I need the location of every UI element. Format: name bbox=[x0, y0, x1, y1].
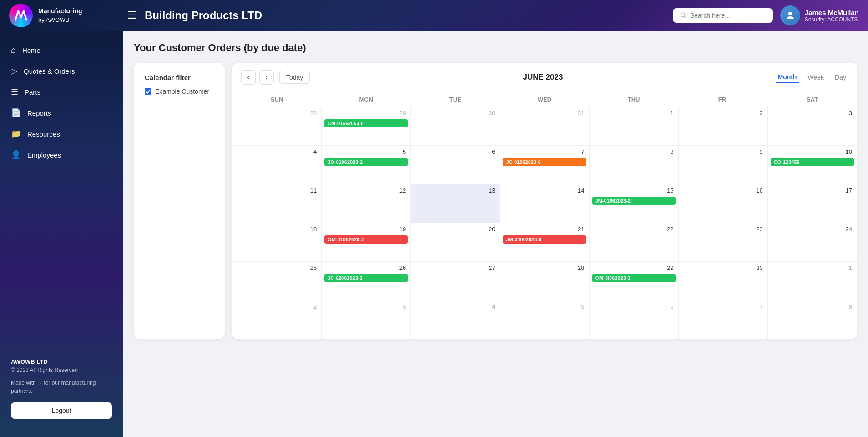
day-number: 19 bbox=[324, 225, 408, 234]
calendar-day-cell: 11 bbox=[232, 184, 322, 223]
calendar-day-cell: 26JC-62062023-2 bbox=[322, 262, 411, 300]
day-number: 18 bbox=[235, 225, 318, 234]
calendar-day-cell: 9 bbox=[678, 146, 767, 184]
calendar-event[interactable]: CM-01662063-6 bbox=[324, 119, 408, 127]
calendar-day-cell: 30 bbox=[678, 262, 767, 300]
day-number: 12 bbox=[324, 186, 408, 195]
calendar-day-cell: 12 bbox=[322, 184, 411, 223]
prev-month-button[interactable]: ‹ bbox=[241, 70, 256, 85]
calendar-week-row: 1819OM-01062620-22021JM-01002023-0222324 bbox=[232, 223, 857, 262]
day-number: 10 bbox=[771, 147, 854, 156]
page-title: Your Customer Orders (by due date) bbox=[134, 42, 857, 54]
sidebar-item-employees[interactable]: 👤 Employees bbox=[0, 144, 123, 165]
sidebar-item-label: Resources bbox=[27, 130, 60, 138]
user-name: James McMullan bbox=[805, 9, 859, 16]
calendar-day-cell: 1 bbox=[767, 262, 857, 300]
calendar-day-cell: 6 bbox=[589, 300, 678, 339]
search-input[interactable] bbox=[690, 12, 766, 19]
day-number: 14 bbox=[503, 186, 586, 195]
user-area: James McMullan Security: ACCOUNTS bbox=[780, 5, 859, 25]
calendar-day-cell: 18 bbox=[232, 223, 322, 262]
day-number: 9 bbox=[681, 147, 765, 156]
today-button[interactable]: Today bbox=[279, 71, 310, 84]
sidebar-item-quotes-orders[interactable]: ▷ Quotes & Orders bbox=[0, 61, 123, 81]
employees-icon: 👤 bbox=[11, 150, 21, 160]
user-avatar-icon bbox=[785, 10, 796, 21]
day-number: 8 bbox=[771, 302, 854, 311]
calendar-header: ‹ › Today JUNE 2023 Month Week Day bbox=[232, 63, 857, 92]
calendar-event[interactable]: JO-01062023-2 bbox=[324, 158, 408, 166]
logo-text: Manufacturing by AWOWB bbox=[38, 7, 82, 24]
calendar-day-cell: 6 bbox=[411, 146, 500, 184]
sidebar: ⌂ Home▷ Quotes & Orders☰ Parts📄 Reports📁… bbox=[0, 31, 123, 437]
copyright: © 2023 All Rights Reserved bbox=[11, 367, 112, 373]
calendar-day-cell: 13 bbox=[411, 184, 500, 223]
calendar-day-cell: 24 bbox=[767, 223, 857, 262]
view-day-button[interactable]: Day bbox=[833, 71, 848, 83]
calendar-day-cell: 30 bbox=[411, 107, 500, 146]
menu-icon[interactable]: ☰ bbox=[127, 10, 136, 21]
view-week-button[interactable]: Week bbox=[806, 71, 826, 83]
calendar-day-header: TUE bbox=[411, 92, 500, 107]
calendar-event[interactable]: CO-123456 bbox=[771, 158, 854, 166]
filter-checkbox[interactable] bbox=[145, 88, 151, 95]
avatar bbox=[780, 5, 800, 25]
day-number: 15 bbox=[592, 186, 676, 195]
calendar-day-cell: 19OM-01062620-2 bbox=[322, 223, 411, 262]
calendar-day-cell: 29OM-3I362023-3 bbox=[589, 262, 678, 300]
day-number: 4 bbox=[414, 302, 497, 311]
day-number: 11 bbox=[235, 186, 318, 195]
sidebar-item-label: Home bbox=[22, 46, 40, 54]
calendar-day-header: SAT bbox=[767, 92, 857, 107]
day-number: 7 bbox=[503, 147, 586, 156]
sidebar-item-resources[interactable]: 📁 Resources bbox=[0, 123, 123, 144]
calendar-day-cell: 8 bbox=[767, 300, 857, 339]
calendar-event[interactable]: JM-01002023-0 bbox=[503, 235, 586, 244]
calendar-event[interactable]: JM-01062023-2 bbox=[592, 197, 676, 205]
day-number: 29 bbox=[592, 264, 676, 272]
user-info: James McMullan Security: ACCOUNTS bbox=[805, 9, 859, 23]
calendar-event[interactable]: JC-01062023-6 bbox=[503, 158, 586, 166]
day-number: 29 bbox=[324, 109, 408, 117]
calendar-day-cell: 8 bbox=[589, 146, 678, 184]
sidebar-item-label: Quotes & Orders bbox=[24, 67, 75, 75]
calendar-event[interactable]: OM-01062620-2 bbox=[324, 235, 408, 244]
calendar-days-header: SUNMONTUEWEDTHUFRISAT bbox=[232, 92, 857, 107]
user-role: Security: ACCOUNTS bbox=[805, 16, 859, 23]
calendar-week-row: 2829CM-01662063-63031123 bbox=[232, 107, 857, 146]
calendar-day-cell: 3 bbox=[767, 107, 857, 146]
day-number: 24 bbox=[771, 225, 854, 234]
calendar-day-cell: 20 bbox=[411, 223, 500, 262]
search-box[interactable] bbox=[673, 8, 773, 23]
calendar-grid: SUNMONTUEWEDTHUFRISAT 2829CM-01662063-63… bbox=[232, 92, 857, 339]
calendar-day-cell: 31 bbox=[500, 107, 589, 146]
logout-button[interactable]: Logout bbox=[11, 402, 112, 419]
sidebar-item-parts[interactable]: ☰ Parts bbox=[0, 81, 123, 102]
company-name: AWOWB LTD bbox=[11, 358, 112, 365]
made-with: Made with ♡ for our manufacturing partne… bbox=[11, 379, 112, 395]
calendar-day-cell: 14 bbox=[500, 184, 589, 223]
day-number: 5 bbox=[503, 302, 586, 311]
calendar-day-cell: 2 bbox=[678, 107, 767, 146]
day-number: 2 bbox=[681, 109, 765, 117]
view-month-button[interactable]: Month bbox=[776, 71, 799, 83]
day-number: 16 bbox=[681, 186, 765, 195]
svg-point-2 bbox=[788, 12, 792, 15]
calendar-event[interactable]: JC-62062023-2 bbox=[324, 274, 408, 282]
sidebar-item-reports[interactable]: 📄 Reports bbox=[0, 102, 123, 123]
home-icon: ⌂ bbox=[11, 46, 16, 55]
calendar-view-buttons: Month Week Day bbox=[776, 71, 848, 83]
next-month-button[interactable]: › bbox=[259, 70, 274, 85]
calendar-event[interactable]: OM-3I362023-3 bbox=[592, 274, 676, 282]
logo-icon bbox=[9, 4, 33, 27]
calendar-day-cell: 4 bbox=[232, 146, 322, 184]
sidebar-item-label: Employees bbox=[27, 151, 61, 159]
calendar-week-row: 2526JC-62062023-2272829OM-3I362023-3301 bbox=[232, 262, 857, 300]
calendar-day-cell: 21JM-01002023-0 bbox=[500, 223, 589, 262]
sidebar-nav: ⌂ Home▷ Quotes & Orders☰ Parts📄 Reports📁… bbox=[0, 40, 123, 165]
sidebar-footer: AWOWB LTD © 2023 All Rights Reserved Mad… bbox=[0, 349, 123, 428]
logo-area: Manufacturing by AWOWB bbox=[9, 4, 127, 27]
sidebar-item-home[interactable]: ⌂ Home bbox=[0, 40, 123, 61]
day-number: 13 bbox=[414, 186, 497, 195]
day-number: 4 bbox=[235, 147, 318, 156]
